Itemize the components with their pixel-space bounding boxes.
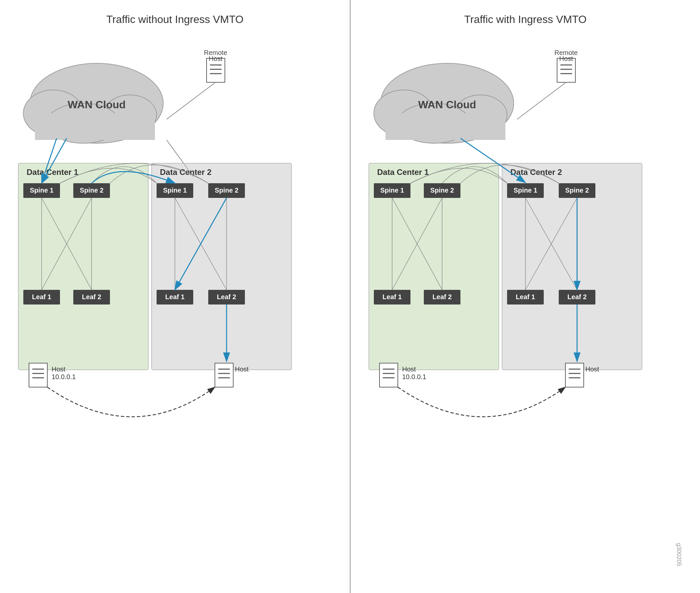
right-dc1-spine1-box <box>374 183 411 198</box>
left-blue-arc1 <box>92 171 175 183</box>
left-dc1-leaf1-label: Leaf 1 <box>32 293 51 301</box>
left-host2-icon <box>215 363 233 387</box>
left-dc2-box <box>152 163 291 370</box>
left-dc2-leaf2-label: Leaf 2 <box>217 293 236 301</box>
left-remote-host: Remote Host <box>204 49 227 82</box>
right-dc1-label: Data Center 1 <box>377 167 429 176</box>
svg-text:Host: Host <box>559 55 573 62</box>
main-container: Traffic without Ingress VMTO WAN Cloud <box>0 0 700 593</box>
right-dc2-leaf2-box <box>559 290 595 305</box>
svg-line-40 <box>392 198 442 290</box>
svg-point-0 <box>30 63 163 143</box>
svg-line-41 <box>392 198 442 290</box>
svg-text:Remote: Remote <box>554 49 578 56</box>
left-dc2-spine2-box <box>208 183 245 198</box>
left-dc1-spine2-label: Spine 2 <box>80 187 103 194</box>
svg-rect-32 <box>557 58 575 82</box>
right-wan-to-dc2-spine1 <box>461 138 526 183</box>
left-remote-to-cloud <box>166 82 216 119</box>
left-host2-label: Host <box>235 365 249 373</box>
right-panel: Traffic with Ingress VMTO WAN Cloud <box>350 0 700 593</box>
right-host2-icon <box>566 363 584 387</box>
left-dc1-box <box>18 163 148 370</box>
right-dc1-leaf2-label: Leaf 2 <box>432 293 452 301</box>
svg-point-28 <box>374 90 434 136</box>
right-wan-cloud-label: WAN Cloud <box>418 98 476 111</box>
left-dc1-leaf2-box <box>73 290 110 305</box>
left-dc1-spine2-box <box>73 183 110 198</box>
right-host1-ip: 10.0.0.1 <box>402 373 426 381</box>
svg-rect-5 <box>206 58 225 82</box>
svg-rect-4 <box>35 113 155 140</box>
left-dc1-label: Data Center 1 <box>27 167 78 176</box>
right-dc1-leaf2-box <box>424 290 461 305</box>
left-dc2-spine1-label: Spine 1 <box>163 187 187 194</box>
svg-line-44 <box>526 198 577 290</box>
left-host1-label: Host <box>52 365 66 373</box>
left-host1-ip: 10.0.0.1 <box>52 373 76 381</box>
right-dc2-spine2-box <box>559 183 595 198</box>
left-panel: Traffic without Ingress VMTO WAN Cloud <box>0 0 350 593</box>
left-host1-icon <box>29 363 47 387</box>
right-host1-icon <box>380 363 398 387</box>
left-dc1-s1-l2 <box>42 198 92 290</box>
svg-text:Host: Host <box>208 55 223 62</box>
svg-line-38 <box>517 82 566 119</box>
svg-point-2 <box>103 95 157 135</box>
left-dc2-s2-to-leaf1-blue <box>175 198 227 290</box>
svg-text:Remote: Remote <box>204 49 227 56</box>
right-dc1-spine1-label: Spine 1 <box>380 187 404 194</box>
left-panel-title: Traffic without Ingress VMTO <box>0 13 350 26</box>
right-dc2-leaf1-box <box>507 290 544 305</box>
right-dc2-spine1-box <box>507 183 544 198</box>
right-dc1-box <box>369 163 499 370</box>
svg-line-11 <box>166 140 193 176</box>
left-diagram-svg: WAN Cloud Remote Host Data Center 1 Data <box>0 0 350 593</box>
svg-point-27 <box>381 63 514 143</box>
svg-point-1 <box>23 90 83 136</box>
svg-line-13 <box>175 198 227 290</box>
left-dc1-spine1-box <box>23 183 60 198</box>
right-dc2-spine2-label: Spine 2 <box>565 187 589 194</box>
right-dc1-leaf1-label: Leaf 1 <box>383 293 402 301</box>
left-host-dashed-arc <box>47 387 215 417</box>
right-dc2-spine1-label: Spine 1 <box>513 187 537 194</box>
right-dc2-leaf1-label: Leaf 1 <box>516 293 535 301</box>
left-wan-to-dc1-spine1 <box>42 138 67 183</box>
right-dc1-spine2-box <box>424 183 461 198</box>
left-dc1-leaf1-box <box>23 290 60 305</box>
svg-point-29 <box>454 95 507 135</box>
right-dc2-label: Data Center 2 <box>510 167 562 176</box>
right-host-dashed-arc <box>398 387 566 417</box>
right-wan-cloud: WAN Cloud <box>374 63 514 143</box>
left-dc2-leaf1-box <box>157 290 193 305</box>
left-dc2-leaf2-box <box>208 290 245 305</box>
right-dc2-box <box>502 163 642 370</box>
svg-rect-31 <box>386 113 505 140</box>
left-dc2-leaf1-label: Leaf 1 <box>165 293 185 301</box>
right-dc1-leaf1-box <box>374 290 411 305</box>
right-dc1-spine2-label: Spine 2 <box>430 187 454 194</box>
right-panel-title: Traffic with Ingress VMTO <box>350 13 700 26</box>
left-dc1-s2-l1 <box>42 198 92 290</box>
watermark: g300205 <box>676 543 682 566</box>
left-wan-cloud: WAN Cloud <box>23 63 163 143</box>
right-host1-label: Host <box>402 365 416 373</box>
left-wan-cloud-label: WAN Cloud <box>68 98 126 111</box>
right-host2-label: Host <box>585 365 599 373</box>
svg-point-3 <box>47 103 120 143</box>
right-diagram-svg: WAN Cloud Remote Host Data Center 1 Data… <box>350 0 700 593</box>
svg-line-14 <box>175 198 227 290</box>
svg-point-30 <box>397 103 470 143</box>
left-dc2-spine2-label: Spine 2 <box>215 187 238 194</box>
left-dc1-spine1-label: Spine 1 <box>30 187 53 194</box>
svg-line-45 <box>526 198 577 290</box>
left-dc2-label: Data Center 2 <box>160 167 211 176</box>
right-dc2-leaf2-label: Leaf 2 <box>568 293 587 301</box>
svg-line-24 <box>42 138 56 183</box>
left-dc1-leaf2-label: Leaf 2 <box>82 293 101 301</box>
right-remote-host: Remote Host <box>554 49 578 82</box>
left-dc2-spine1-box <box>157 183 193 198</box>
